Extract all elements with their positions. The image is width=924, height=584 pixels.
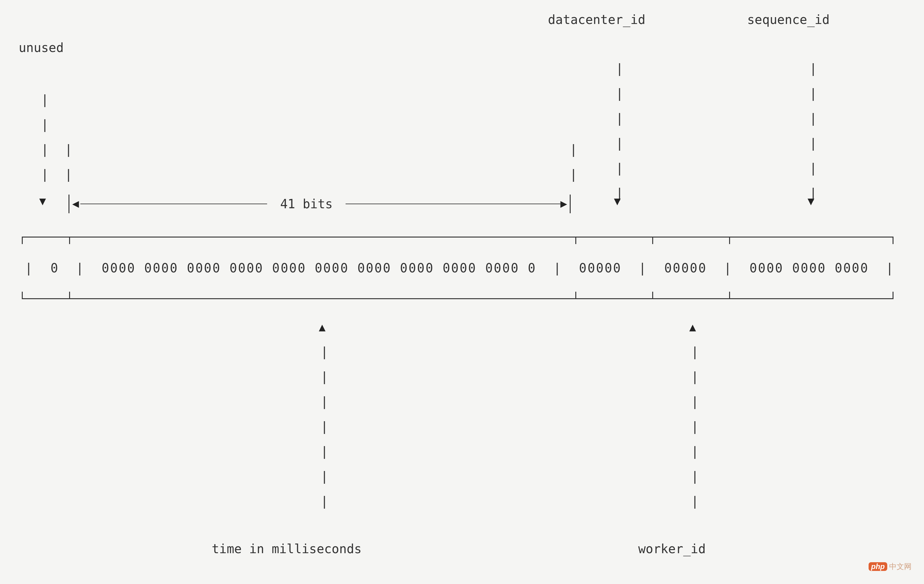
label-time-ms: time in milliseconds [212, 542, 362, 556]
span-arrow-right: ▶ [560, 197, 567, 210]
frame-top-line [22, 237, 893, 238]
frame-tick-left-b [22, 292, 23, 299]
label-unused: unused [19, 40, 64, 55]
pointer-line-unused: | | | | [41, 87, 49, 187]
pointer-line-datacenter: | | | | | | [616, 56, 623, 205]
frame-tick-right-b [893, 292, 893, 299]
pointer-line-time: | | | | | | | [321, 339, 328, 514]
pointer-line-worker: | | | | | | | [691, 339, 699, 514]
label-datacenter-id: datacenter_id [548, 12, 645, 27]
watermark: php中文网 [869, 562, 912, 572]
pointer-line-sequence: | | | | | | [809, 56, 817, 205]
frame-tick-sep3-b [652, 292, 653, 299]
span-right-boundary: | | [570, 137, 577, 187]
label-worker-id: worker_id [638, 542, 706, 556]
arrow-up-time: ▲ [319, 321, 326, 333]
span-line-left [80, 204, 267, 204]
frame-tick-sep3 [652, 237, 653, 244]
frame-tick-sep4 [729, 237, 730, 244]
span-bar-right [570, 195, 571, 213]
frame-bottom-line [22, 298, 893, 299]
frame-tick-sep2 [575, 237, 576, 244]
span-left-boundary: | | [65, 137, 72, 187]
label-sequence-id: sequence_id [747, 12, 830, 27]
frame-tick-right [893, 237, 893, 244]
arrow-up-worker: ▲ [689, 321, 696, 333]
span-label: 41 bits [280, 197, 333, 211]
span-arrow-left: ◀ [72, 197, 79, 210]
arrow-down-sequence: ▼ [808, 195, 814, 207]
frame-tick-sep4-b [729, 292, 730, 299]
arrow-down-datacenter: ▼ [614, 195, 621, 207]
span-line-right [346, 204, 560, 204]
frame-tick-left [22, 237, 23, 244]
arrow-down-unused: ▼ [39, 195, 46, 207]
frame-tick-sep1 [69, 237, 70, 244]
bit-layout-row: | 0 | 0000 0000 0000 0000 0000 0000 0000… [25, 261, 894, 275]
frame-tick-sep2-b [575, 292, 576, 299]
frame-tick-sep1-b [69, 292, 70, 299]
watermark-badge: php [869, 562, 887, 571]
watermark-text: 中文网 [889, 562, 912, 571]
span-bar-left [68, 195, 69, 213]
